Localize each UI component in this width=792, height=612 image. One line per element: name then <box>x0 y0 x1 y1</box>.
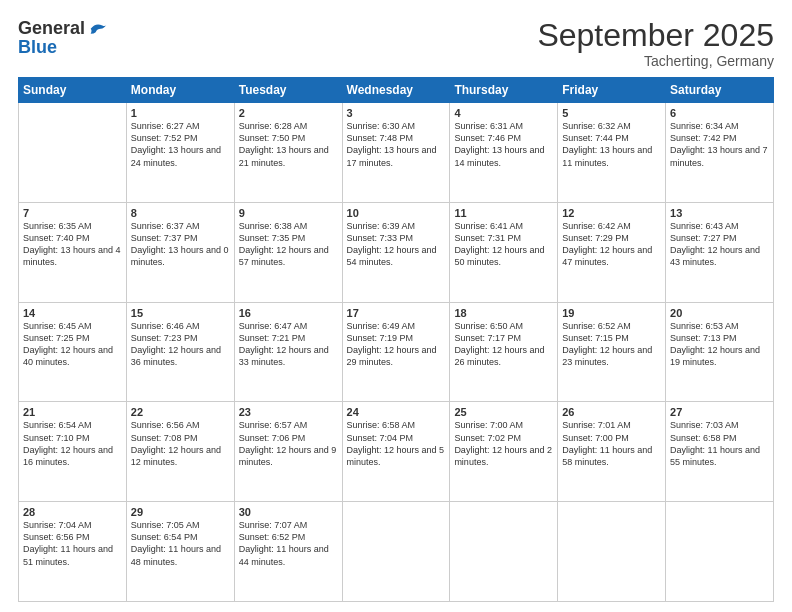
day-info: Sunrise: 6:45 AM Sunset: 7:25 PM Dayligh… <box>23 320 122 369</box>
calendar-cell: 25Sunrise: 7:00 AM Sunset: 7:02 PM Dayli… <box>450 402 558 502</box>
day-info: Sunrise: 7:00 AM Sunset: 7:02 PM Dayligh… <box>454 419 553 468</box>
day-number: 4 <box>454 107 553 119</box>
calendar-week-row: 7Sunrise: 6:35 AM Sunset: 7:40 PM Daylig… <box>19 202 774 302</box>
day-number: 14 <box>23 307 122 319</box>
day-info: Sunrise: 6:47 AM Sunset: 7:21 PM Dayligh… <box>239 320 338 369</box>
calendar-cell: 10Sunrise: 6:39 AM Sunset: 7:33 PM Dayli… <box>342 202 450 302</box>
calendar-cell <box>19 103 127 203</box>
calendar-cell: 16Sunrise: 6:47 AM Sunset: 7:21 PM Dayli… <box>234 302 342 402</box>
day-number: 15 <box>131 307 230 319</box>
day-info: Sunrise: 6:38 AM Sunset: 7:35 PM Dayligh… <box>239 220 338 269</box>
location: Tacherting, Germany <box>537 53 774 69</box>
day-number: 13 <box>670 207 769 219</box>
day-info: Sunrise: 6:46 AM Sunset: 7:23 PM Dayligh… <box>131 320 230 369</box>
day-info: Sunrise: 6:30 AM Sunset: 7:48 PM Dayligh… <box>347 120 446 169</box>
day-info: Sunrise: 6:57 AM Sunset: 7:06 PM Dayligh… <box>239 419 338 468</box>
col-wednesday: Wednesday <box>342 78 450 103</box>
day-info: Sunrise: 6:56 AM Sunset: 7:08 PM Dayligh… <box>131 419 230 468</box>
calendar-week-row: 21Sunrise: 6:54 AM Sunset: 7:10 PM Dayli… <box>19 402 774 502</box>
calendar-cell: 23Sunrise: 6:57 AM Sunset: 7:06 PM Dayli… <box>234 402 342 502</box>
calendar-cell: 4Sunrise: 6:31 AM Sunset: 7:46 PM Daylig… <box>450 103 558 203</box>
day-number: 6 <box>670 107 769 119</box>
calendar-cell: 8Sunrise: 6:37 AM Sunset: 7:37 PM Daylig… <box>126 202 234 302</box>
day-info: Sunrise: 7:03 AM Sunset: 6:58 PM Dayligh… <box>670 419 769 468</box>
header: General Blue September 2025 Tacherting, … <box>18 18 774 69</box>
logo-general-text: General <box>18 19 85 37</box>
day-number: 3 <box>347 107 446 119</box>
calendar-cell: 22Sunrise: 6:56 AM Sunset: 7:08 PM Dayli… <box>126 402 234 502</box>
day-number: 19 <box>562 307 661 319</box>
day-info: Sunrise: 6:35 AM Sunset: 7:40 PM Dayligh… <box>23 220 122 269</box>
logo-bird-icon <box>89 18 109 38</box>
day-info: Sunrise: 6:58 AM Sunset: 7:04 PM Dayligh… <box>347 419 446 468</box>
day-info: Sunrise: 6:42 AM Sunset: 7:29 PM Dayligh… <box>562 220 661 269</box>
calendar-cell: 6Sunrise: 6:34 AM Sunset: 7:42 PM Daylig… <box>666 103 774 203</box>
day-number: 12 <box>562 207 661 219</box>
day-number: 25 <box>454 406 553 418</box>
day-info: Sunrise: 6:54 AM Sunset: 7:10 PM Dayligh… <box>23 419 122 468</box>
day-info: Sunrise: 6:50 AM Sunset: 7:17 PM Dayligh… <box>454 320 553 369</box>
calendar-table: Sunday Monday Tuesday Wednesday Thursday… <box>18 77 774 602</box>
calendar-cell: 7Sunrise: 6:35 AM Sunset: 7:40 PM Daylig… <box>19 202 127 302</box>
col-sunday: Sunday <box>19 78 127 103</box>
calendar-cell <box>450 502 558 602</box>
day-number: 10 <box>347 207 446 219</box>
calendar-body: 1Sunrise: 6:27 AM Sunset: 7:52 PM Daylig… <box>19 103 774 602</box>
calendar-cell: 28Sunrise: 7:04 AM Sunset: 6:56 PM Dayli… <box>19 502 127 602</box>
calendar-cell: 11Sunrise: 6:41 AM Sunset: 7:31 PM Dayli… <box>450 202 558 302</box>
month-title: September 2025 <box>537 18 774 53</box>
calendar-cell <box>558 502 666 602</box>
calendar-header-row: Sunday Monday Tuesday Wednesday Thursday… <box>19 78 774 103</box>
calendar-cell: 21Sunrise: 6:54 AM Sunset: 7:10 PM Dayli… <box>19 402 127 502</box>
calendar-cell: 9Sunrise: 6:38 AM Sunset: 7:35 PM Daylig… <box>234 202 342 302</box>
day-info: Sunrise: 6:52 AM Sunset: 7:15 PM Dayligh… <box>562 320 661 369</box>
day-number: 11 <box>454 207 553 219</box>
day-info: Sunrise: 6:37 AM Sunset: 7:37 PM Dayligh… <box>131 220 230 269</box>
calendar-cell: 27Sunrise: 7:03 AM Sunset: 6:58 PM Dayli… <box>666 402 774 502</box>
calendar-cell: 12Sunrise: 6:42 AM Sunset: 7:29 PM Dayli… <box>558 202 666 302</box>
calendar-cell: 15Sunrise: 6:46 AM Sunset: 7:23 PM Dayli… <box>126 302 234 402</box>
day-info: Sunrise: 6:41 AM Sunset: 7:31 PM Dayligh… <box>454 220 553 269</box>
col-thursday: Thursday <box>450 78 558 103</box>
day-info: Sunrise: 7:04 AM Sunset: 6:56 PM Dayligh… <box>23 519 122 568</box>
day-number: 20 <box>670 307 769 319</box>
calendar-cell: 18Sunrise: 6:50 AM Sunset: 7:17 PM Dayli… <box>450 302 558 402</box>
calendar-cell: 17Sunrise: 6:49 AM Sunset: 7:19 PM Dayli… <box>342 302 450 402</box>
calendar-cell <box>342 502 450 602</box>
calendar-cell: 30Sunrise: 7:07 AM Sunset: 6:52 PM Dayli… <box>234 502 342 602</box>
day-number: 8 <box>131 207 230 219</box>
day-number: 7 <box>23 207 122 219</box>
day-number: 21 <box>23 406 122 418</box>
calendar-cell: 13Sunrise: 6:43 AM Sunset: 7:27 PM Dayli… <box>666 202 774 302</box>
calendar-week-row: 14Sunrise: 6:45 AM Sunset: 7:25 PM Dayli… <box>19 302 774 402</box>
col-tuesday: Tuesday <box>234 78 342 103</box>
day-number: 17 <box>347 307 446 319</box>
day-number: 9 <box>239 207 338 219</box>
col-friday: Friday <box>558 78 666 103</box>
day-info: Sunrise: 6:39 AM Sunset: 7:33 PM Dayligh… <box>347 220 446 269</box>
calendar-cell: 29Sunrise: 7:05 AM Sunset: 6:54 PM Dayli… <box>126 502 234 602</box>
col-saturday: Saturday <box>666 78 774 103</box>
day-number: 22 <box>131 406 230 418</box>
calendar-week-row: 28Sunrise: 7:04 AM Sunset: 6:56 PM Dayli… <box>19 502 774 602</box>
day-number: 24 <box>347 406 446 418</box>
day-info: Sunrise: 6:31 AM Sunset: 7:46 PM Dayligh… <box>454 120 553 169</box>
day-number: 27 <box>670 406 769 418</box>
calendar-cell: 1Sunrise: 6:27 AM Sunset: 7:52 PM Daylig… <box>126 103 234 203</box>
logo: General Blue <box>18 18 109 56</box>
day-info: Sunrise: 6:53 AM Sunset: 7:13 PM Dayligh… <box>670 320 769 369</box>
day-info: Sunrise: 7:05 AM Sunset: 6:54 PM Dayligh… <box>131 519 230 568</box>
calendar-cell: 20Sunrise: 6:53 AM Sunset: 7:13 PM Dayli… <box>666 302 774 402</box>
day-number: 16 <box>239 307 338 319</box>
calendar-cell <box>666 502 774 602</box>
day-number: 28 <box>23 506 122 518</box>
calendar-week-row: 1Sunrise: 6:27 AM Sunset: 7:52 PM Daylig… <box>19 103 774 203</box>
calendar-cell: 5Sunrise: 6:32 AM Sunset: 7:44 PM Daylig… <box>558 103 666 203</box>
calendar-cell: 26Sunrise: 7:01 AM Sunset: 7:00 PM Dayli… <box>558 402 666 502</box>
day-number: 2 <box>239 107 338 119</box>
day-number: 1 <box>131 107 230 119</box>
day-number: 5 <box>562 107 661 119</box>
calendar-cell: 24Sunrise: 6:58 AM Sunset: 7:04 PM Dayli… <box>342 402 450 502</box>
day-number: 23 <box>239 406 338 418</box>
title-block: September 2025 Tacherting, Germany <box>537 18 774 69</box>
